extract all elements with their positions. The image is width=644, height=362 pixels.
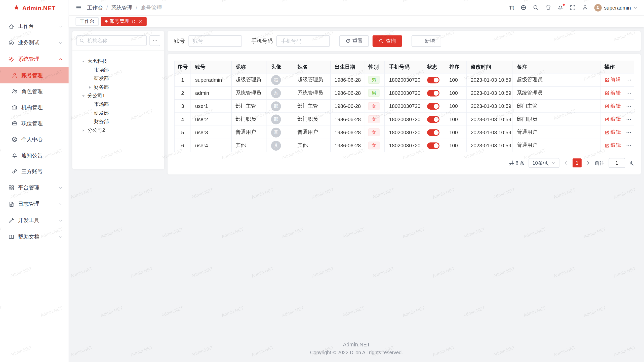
- next-page-button[interactable]: [586, 160, 591, 165]
- tree-node[interactable]: 财务部: [76, 117, 160, 126]
- tree-node[interactable]: 研发部: [76, 74, 160, 83]
- tab-refresh-icon[interactable]: [131, 19, 136, 24]
- row-more-button[interactable]: [626, 116, 631, 122]
- plus-icon: [418, 38, 423, 43]
- toggle-knob: [433, 77, 438, 82]
- platform-icon: [8, 185, 14, 191]
- cell-remark: 超级管理员: [513, 73, 600, 86]
- sidebar-subitem[interactable]: 机构管理: [0, 99, 69, 115]
- edit-button[interactable]: 编辑: [604, 76, 621, 83]
- tree-node[interactable]: 市场部: [76, 66, 160, 74]
- table-row: 6user4其他其其他1986-06-28女180200307201002023…: [174, 139, 634, 152]
- status-toggle[interactable]: [427, 103, 439, 109]
- row-more-button[interactable]: [626, 90, 631, 96]
- edit-button[interactable]: 编辑: [604, 103, 621, 110]
- sidebar-item[interactable]: 帮助文档: [0, 229, 69, 245]
- status-toggle[interactable]: [427, 129, 439, 135]
- tab[interactable]: 工作台: [75, 17, 98, 26]
- header-profile-button[interactable]: [582, 5, 588, 11]
- header-font-size-button[interactable]: Tt: [509, 5, 514, 11]
- cell-nickname: 其他: [231, 139, 267, 152]
- search-button[interactable]: 查询: [373, 35, 402, 47]
- breadcrumb-item[interactable]: 账号管理: [141, 4, 162, 11]
- content-area: 大名科技市场部研发部财务部分公司1市场部研发部财务部分公司2 账号 手机号码 重…: [69, 27, 644, 337]
- status-toggle[interactable]: [427, 142, 439, 149]
- sidebar-collapse-button[interactable]: [75, 5, 82, 11]
- add-button[interactable]: 新增: [412, 35, 441, 47]
- sidebar-subitem[interactable]: 角色管理: [0, 83, 69, 99]
- tree-node[interactable]: 财务部: [76, 83, 160, 92]
- tree-node[interactable]: 大名科技: [76, 57, 160, 66]
- prev-page-button[interactable]: [564, 160, 569, 165]
- cell-order: 100: [445, 139, 466, 152]
- row-more-button[interactable]: [626, 77, 631, 83]
- column-header: 手机号码: [385, 61, 423, 73]
- caret-right-icon[interactable]: [87, 85, 93, 89]
- page-number-button[interactable]: 1: [573, 158, 582, 167]
- sidebar-item[interactable]: 系统管理: [0, 51, 69, 67]
- table-row: 1superadmin超级管理员超超级管理员1986-06-28男1802003…: [174, 73, 634, 86]
- row-more-button[interactable]: [626, 103, 631, 109]
- status-toggle[interactable]: [427, 76, 439, 83]
- tree-node[interactable]: 分公司2: [76, 126, 160, 134]
- edit-button[interactable]: 编辑: [604, 129, 621, 136]
- brand-logo[interactable]: Admin.NET: [0, 0, 69, 16]
- tab-label: 工作台: [80, 18, 95, 25]
- column-header: 状态: [423, 61, 445, 73]
- sidebar-subitem-label: 账号管理: [21, 72, 43, 79]
- sidebar-subitem[interactable]: 职位管理: [0, 115, 69, 131]
- breadcrumb-separator: /: [106, 5, 108, 11]
- row-more-button[interactable]: [626, 143, 631, 148]
- tab[interactable]: 账号管理: [101, 17, 147, 26]
- column-header: 姓名: [293, 61, 330, 73]
- sidebar-item[interactable]: 业务测试: [0, 34, 69, 51]
- cell-index: 6: [174, 139, 191, 152]
- chevron-down-icon: [58, 185, 63, 190]
- header-locale-button[interactable]: [520, 5, 526, 11]
- breadcrumb-item[interactable]: 工作台: [87, 4, 103, 11]
- tree-node[interactable]: 分公司1: [76, 92, 160, 100]
- header-fullscreen-button[interactable]: [570, 5, 576, 11]
- reset-button[interactable]: 重置: [339, 35, 369, 47]
- cell-name: 普通用户: [293, 126, 330, 139]
- sidebar-subitem[interactable]: 三方账号: [0, 163, 69, 179]
- caret-down-icon[interactable]: [80, 94, 86, 98]
- sidebar-item[interactable]: 工作台: [0, 18, 69, 34]
- sidebar-item[interactable]: 平台管理: [0, 179, 69, 196]
- org-search-input[interactable]: [76, 35, 147, 46]
- edit-button[interactable]: 编辑: [604, 89, 621, 97]
- page-size-select[interactable]: 10条/页: [529, 158, 559, 168]
- tree-node[interactable]: 市场部: [76, 100, 160, 109]
- sidebar-subitem[interactable]: 通知公告: [0, 147, 69, 163]
- sidebar-item[interactable]: 开发工具: [0, 212, 69, 229]
- phone-input[interactable]: [276, 35, 330, 47]
- caret-right-icon[interactable]: [80, 128, 86, 132]
- cell-nickname: 系统管理员: [231, 86, 267, 100]
- user-menu[interactable]: superadmin: [594, 4, 637, 11]
- edit-button[interactable]: 编辑: [604, 142, 621, 149]
- header-theme-button[interactable]: [545, 5, 551, 11]
- account-input[interactable]: [188, 35, 242, 47]
- sidebar-subitem[interactable]: 账号管理: [0, 67, 69, 83]
- tree-more-button[interactable]: [149, 35, 160, 46]
- row-more-button[interactable]: [626, 129, 631, 135]
- tree-node-label: 市场部: [94, 101, 109, 108]
- breadcrumb-item[interactable]: 系统管理: [111, 4, 133, 11]
- header-search-button[interactable]: [533, 5, 539, 11]
- edit-button[interactable]: 编辑: [604, 116, 621, 123]
- status-toggle[interactable]: [427, 116, 439, 122]
- caret-down-icon[interactable]: [80, 59, 86, 63]
- tab-close-icon[interactable]: [138, 19, 143, 24]
- sidebar-subitem-label: 机构管理: [21, 104, 43, 111]
- sidebar-subitem-label: 个人中心: [21, 136, 43, 143]
- tree-node[interactable]: 研发部: [76, 109, 160, 117]
- cell-modified: 2023-01-03 10:59:44: [466, 86, 513, 100]
- header-notification-button[interactable]: [557, 5, 563, 11]
- avatar: 超: [271, 75, 281, 85]
- goto-page-input[interactable]: [609, 158, 625, 168]
- status-toggle[interactable]: [427, 90, 439, 96]
- cell-avatar: 部: [267, 113, 293, 126]
- sidebar-subitem[interactable]: 个人中心: [0, 131, 69, 147]
- cell-actions: 编辑: [600, 100, 634, 113]
- sidebar-item[interactable]: 日志管理: [0, 196, 69, 212]
